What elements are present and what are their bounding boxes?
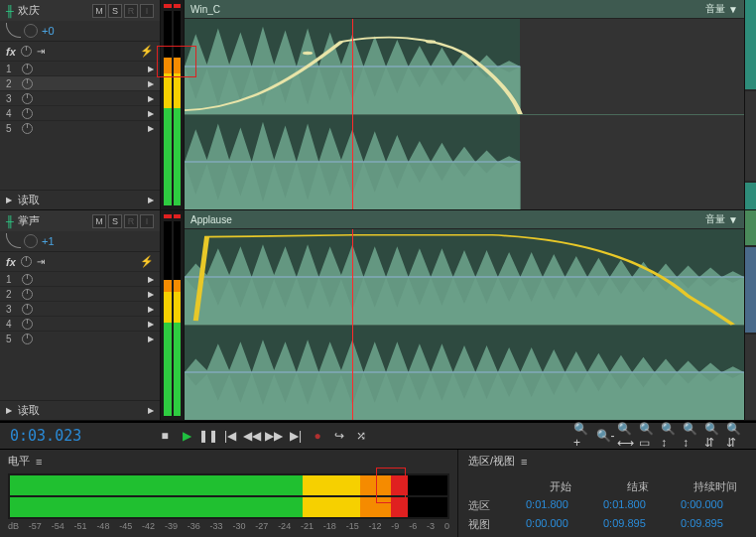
mute-button[interactable]: M xyxy=(92,4,106,18)
clip-volume-dropdown[interactable]: 音量 ▼ xyxy=(705,2,738,16)
fx-slot[interactable]: 3▶ xyxy=(0,301,160,316)
levels-panel-title: 电平 xyxy=(8,454,30,469)
meter-bar-right xyxy=(174,11,182,205)
fast-forward-button[interactable]: ▶▶ xyxy=(264,427,284,445)
zoom-in-vert-button[interactable]: 🔍↕ xyxy=(661,427,681,445)
fade-curve-icon[interactable] xyxy=(6,25,20,37)
automation-mode-row[interactable]: ▶ 读取 ▶ xyxy=(0,400,160,420)
audio-clip[interactable] xyxy=(185,229,744,420)
playhead[interactable] xyxy=(352,19,353,209)
slot-power-icon[interactable] xyxy=(22,78,33,89)
track-title-bar[interactable]: ╫ 掌声 M S R I xyxy=(0,210,160,231)
fx-slot[interactable]: 1▶ xyxy=(0,61,160,75)
pan-volume-row: +1 xyxy=(0,231,160,251)
play-button[interactable]: ▶ xyxy=(177,427,196,445)
view-end-value[interactable]: 0:09.895 xyxy=(603,517,673,532)
zoom-full-button[interactable]: 🔍⟷ xyxy=(617,427,637,445)
lightning-icon[interactable]: ⚡ xyxy=(140,255,154,268)
timecode-display[interactable]: 0:03.023 xyxy=(10,427,149,445)
pan-knob[interactable] xyxy=(24,24,38,38)
fx-slot[interactable]: 3▶ xyxy=(0,90,160,105)
zoom-in-button[interactable]: 🔍+ xyxy=(573,427,593,445)
fx-slot[interactable]: 5▶ xyxy=(0,120,160,135)
solo-button[interactable]: S xyxy=(108,4,122,18)
record-button[interactable]: ● xyxy=(308,427,327,445)
tracks-area: ╫ 欢庆 M S R I +0 fx ⇥ xyxy=(0,0,756,422)
lightning-icon[interactable]: ⚡ xyxy=(140,45,154,58)
clip-header[interactable]: Win_C 音量 ▼ xyxy=(185,0,744,19)
send-icon[interactable]: ⇥ xyxy=(37,256,45,267)
input-monitor-button[interactable]: I xyxy=(140,4,154,18)
fade-curve-icon[interactable] xyxy=(6,235,20,247)
side-nav-strip[interactable] xyxy=(744,0,756,209)
input-monitor-button[interactable]: I xyxy=(140,214,154,228)
fx-power-button[interactable] xyxy=(21,46,32,57)
slot-power-icon[interactable] xyxy=(22,93,33,104)
pan-knob[interactable] xyxy=(24,234,38,248)
fx-slot[interactable]: 2▶ xyxy=(0,75,160,90)
send-icon[interactable]: ⇥ xyxy=(37,46,45,57)
record-arm-button[interactable]: R xyxy=(124,4,138,18)
record-arm-button[interactable]: R xyxy=(124,214,138,228)
chevron-right-icon: ▶ xyxy=(148,94,154,103)
volume-value[interactable]: +0 xyxy=(42,25,55,37)
slot-power-icon[interactable] xyxy=(22,108,33,119)
skip-selection-button[interactable]: ⤮ xyxy=(351,427,371,445)
selection-view-panel: 选区/视图 ≡ 开始 结束 持续时间 选区 0:01.800 0:01.800 … xyxy=(458,450,756,537)
loop-button[interactable]: ↪ xyxy=(329,427,349,445)
automation-mode-row[interactable]: ▶ 读取 ▶ xyxy=(0,190,160,209)
solo-button[interactable]: S xyxy=(108,214,122,228)
stop-button[interactable]: ■ xyxy=(155,427,175,445)
track-lane[interactable]: Win_C 音量 ▼ xyxy=(185,0,744,209)
clip-volume-dropdown[interactable]: 音量 ▼ xyxy=(705,212,738,226)
track-title-bar[interactable]: ╫ 欢庆 M S R I xyxy=(0,0,160,21)
panel-menu-icon[interactable]: ≡ xyxy=(36,456,42,468)
playhead[interactable] xyxy=(352,229,353,420)
chevron-right-icon: ▶ xyxy=(6,196,12,204)
slot-power-icon[interactable] xyxy=(22,304,33,315)
fx-slot[interactable]: 4▶ xyxy=(0,105,160,120)
fx-slot[interactable]: 1▶ xyxy=(0,271,160,286)
go-to-end-button[interactable]: ▶| xyxy=(286,427,306,445)
fx-slots: 1▶ 2▶ 3▶ 4▶ 5▶ xyxy=(0,61,160,135)
clip-header[interactable]: Applause 音量 ▼ xyxy=(185,210,744,229)
selection-start-value[interactable]: 0:01.800 xyxy=(526,498,595,513)
fx-slot[interactable]: 2▶ xyxy=(0,286,160,301)
fx-label: fx xyxy=(6,256,16,268)
bottom-panels: 电平 ≡ dB-57-54-51-48-45-42-39-36-33-30-27… xyxy=(0,450,756,537)
rewind-button[interactable]: ◀◀ xyxy=(242,427,262,445)
go-to-start-button[interactable]: |◀ xyxy=(220,427,240,445)
slot-power-icon[interactable] xyxy=(22,334,33,344)
fx-slot[interactable]: 4▶ xyxy=(0,316,160,331)
audio-clip[interactable] xyxy=(185,19,744,209)
side-nav-strip[interactable] xyxy=(744,210,756,420)
view-duration-value[interactable]: 0:09.895 xyxy=(681,517,750,532)
slot-power-icon[interactable] xyxy=(22,274,33,285)
zoom-out-vert-button[interactable]: 🔍↕ xyxy=(683,427,702,445)
view-start-value[interactable]: 0:00.000 xyxy=(526,517,595,532)
track-lane[interactable]: Applause 音量 ▼ xyxy=(185,210,744,420)
volume-value[interactable]: +1 xyxy=(42,235,55,247)
meter-bar-left xyxy=(164,11,172,205)
slot-power-icon[interactable] xyxy=(22,123,33,134)
app-root: ╫ 欢庆 M S R I +0 fx ⇥ xyxy=(0,0,756,537)
selection-duration-value[interactable]: 0:00.000 xyxy=(681,498,750,513)
slot-power-icon[interactable] xyxy=(22,289,33,300)
chevron-right-icon: ▶ xyxy=(148,109,154,118)
slot-power-icon[interactable] xyxy=(22,64,33,74)
fx-power-button[interactable] xyxy=(21,256,32,267)
zoom-in-tracks-button[interactable]: 🔍⇵ xyxy=(704,427,724,445)
slot-power-icon[interactable] xyxy=(22,319,33,330)
zoom-out-tracks-button[interactable]: 🔍⇵ xyxy=(726,427,746,445)
panel-menu-icon[interactable]: ≡ xyxy=(521,456,527,468)
selection-end-value[interactable]: 0:01.800 xyxy=(603,498,673,513)
mute-button[interactable]: M xyxy=(92,214,106,228)
zoom-out-button[interactable]: 🔍- xyxy=(595,427,615,445)
zoom-selection-button[interactable]: 🔍▭ xyxy=(639,427,659,445)
pause-button[interactable]: ❚❚ xyxy=(198,427,218,445)
track-header: ╫ 掌声 M S R I +1 fx ⇥ xyxy=(0,210,161,420)
fx-slot[interactable]: 5▶ xyxy=(0,331,160,345)
chevron-right-icon: ▶ xyxy=(148,305,154,314)
chevron-right-icon: ▶ xyxy=(148,65,154,73)
chevron-right-icon: ▶ xyxy=(148,79,154,88)
